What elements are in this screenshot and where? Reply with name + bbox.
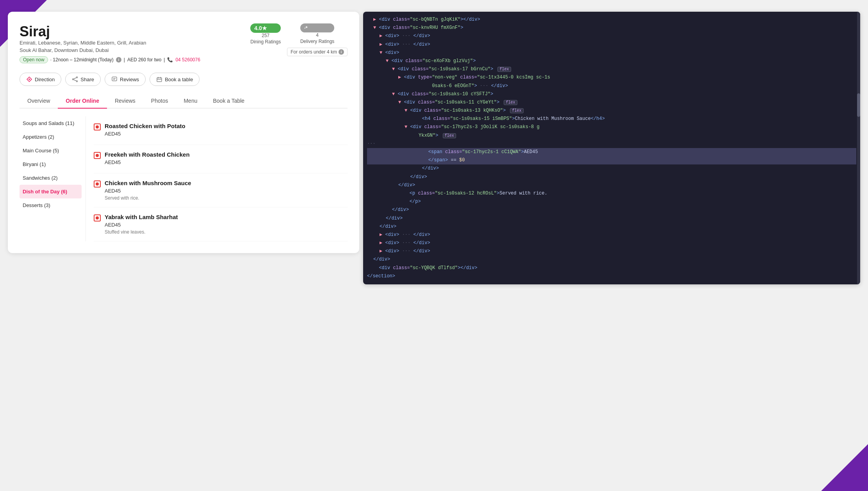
sidebar-item-biryani[interactable]: Biryani (1)	[20, 157, 82, 171]
dt-line-27: ▶ <div> ··· </div>	[367, 247, 856, 255]
ratings-section: 4.0★ 257 Dining Ratings ·* 4 Del	[250, 23, 348, 56]
dt-line-23: </div>	[367, 214, 856, 223]
price-for-two: AED 260 for two	[127, 57, 161, 62]
reviews-label: Reviews	[120, 77, 139, 82]
menu-item-info-3: Yabrak with Lamb Sharhat AED45 Stuffed v…	[105, 214, 348, 235]
dt-arrow-14[interactable]: ▶	[380, 240, 382, 246]
info-circle-icon[interactable]: i	[116, 57, 121, 62]
dt-arrow-13[interactable]: ▶	[380, 232, 382, 237]
separator: |	[124, 57, 125, 62]
dt-line-30: </section>	[367, 272, 856, 280]
dt-line-15-highlighted[interactable]: <span class="sc-17hyc2s-1 cC1QWA">AED45	[367, 148, 856, 156]
dt-line-7: ▼ <div class="sc-1s0saks-17 bGrnCu"> fle…	[367, 65, 856, 73]
menu-item-info-0: Roasted Chicken with Potato AED45	[105, 123, 348, 138]
dt-line-10: ▼ <div class="sc-1s0saks-11 cYGeYt"> fle…	[367, 98, 856, 107]
tab-order-online[interactable]: Order Online	[58, 94, 107, 109]
nav-tabs: Overview Order Online Reviews Photos Men…	[20, 94, 348, 109]
menu-item-name-0: Roasted Chicken with Potato	[105, 123, 348, 129]
book-table-button[interactable]: Book a table	[150, 73, 200, 86]
reviews-button[interactable]: Reviews	[105, 73, 146, 86]
svg-rect-8	[112, 77, 117, 81]
sidebar-item-dish-of-day[interactable]: Dish of the Day (6)	[20, 185, 82, 198]
tab-overview[interactable]: Overview	[20, 94, 58, 109]
devtools-scrollbar-thumb[interactable]	[857, 93, 860, 117]
share-icon	[72, 76, 78, 82]
dt-line-16-highlighted[interactable]: </span> == $0	[367, 156, 856, 164]
dt-arrow-10[interactable]: ▼	[398, 100, 401, 105]
dt-line-24: </div>	[367, 223, 856, 231]
menu-item-name-1: Freekeh with Roasted Chicken	[105, 151, 348, 158]
dt-line-5: ▼ <div>	[367, 49, 856, 57]
sidebar-item-desserts[interactable]: Desserts (3)	[20, 198, 82, 212]
menu-item-price-2: AED45	[105, 188, 348, 194]
non-veg-icon-1	[94, 152, 101, 159]
devtools-scrollbar[interactable]	[857, 12, 860, 284]
dt-line-19: </div>	[367, 181, 856, 189]
dt-arrow-5[interactable]: ▼	[380, 50, 382, 55]
direction-button[interactable]: Direction	[20, 73, 61, 86]
dt-line-25: ▶ <div> ··· </div>	[367, 231, 856, 239]
dt-arrow-7[interactable]: ▼	[392, 66, 395, 72]
dt-line-29: <div class="sc-YQBQK dTlfsd"></div>	[367, 264, 856, 272]
direction-label: Direction	[35, 77, 55, 82]
share-button[interactable]: Share	[65, 73, 101, 86]
menu-item-name-3: Yabrak with Lamb Sharhat	[105, 214, 348, 220]
delivery-rating-count: 4 Delivery Ratings	[300, 32, 334, 45]
devtools-panel[interactable]: ▶ <div class="sc-bQNBTn gJqKiK"></div> ▼…	[363, 12, 860, 284]
phone-link[interactable]: 04 5260076	[175, 57, 200, 62]
dt-arrow-12[interactable]: ▼	[405, 124, 407, 130]
menu-item-price-0: AED45	[105, 131, 348, 137]
dt-arrow-3[interactable]: ▶	[380, 33, 382, 39]
dt-arrow-1[interactable]: ▶	[373, 17, 376, 22]
sidebar-item-main-course[interactable]: Main Course (5)	[20, 144, 82, 157]
dt-arrow-9[interactable]: ▼	[392, 91, 395, 97]
restaurant-cuisine: Emirati, Lebanese, Syrian, Middle Easter…	[20, 40, 200, 46]
delivery-rating-badge: ·* 4 Delivery Ratings	[300, 23, 334, 45]
delivery-info-icon[interactable]: i	[339, 49, 344, 55]
phone-icon: 📞	[167, 57, 173, 62]
restaurant-name: Siraj	[20, 23, 200, 40]
svg-point-4	[73, 79, 74, 80]
hours-text: · 12noon – 12midnight (Today)	[50, 57, 114, 62]
sidebar-item-soups[interactable]: Soups and Salads (11)	[20, 116, 82, 130]
svg-rect-11	[157, 78, 162, 82]
restaurant-location: Souk Al Bahar, Downtown Dubai, Dubai	[20, 47, 200, 53]
dt-line-13b: YkxGN"> flex	[367, 132, 856, 140]
dt-arrow-8[interactable]: ▶	[398, 75, 401, 80]
dt-line-20: <p class="sc-1s0saks-12 hcROsL">Served w…	[367, 189, 856, 198]
flex-badge-2: flex	[504, 100, 517, 105]
restaurant-header: Siraj Emirati, Lebanese, Syrian, Middle …	[20, 23, 348, 70]
dt-line-11: ▼ <div class="sc-1s0saks-13 kQHKsO"> fle…	[367, 107, 856, 115]
tab-menu[interactable]: Menu	[176, 94, 205, 109]
menu-item-1: Freekeh with Roasted Chicken AED45	[94, 145, 348, 173]
menu-items-list: Roasted Chicken with Potato AED45 Freeke…	[86, 116, 348, 241]
tab-reviews[interactable]: Reviews	[107, 94, 143, 109]
dining-rating-badge: 4.0★ 257 Dining Ratings	[250, 23, 281, 45]
dt-line-8b: 0saks-6 eEOGnT"> ··· </div>	[367, 82, 856, 90]
tab-book-table[interactable]: Book a Table	[205, 94, 252, 109]
sidebar-item-sandwiches[interactable]: Sandwiches (2)	[20, 171, 82, 185]
content-layout: Soups and Salads (11) Appetizers (2) Mai…	[20, 116, 348, 241]
book-icon	[156, 76, 162, 82]
dt-line-18: </div>	[367, 173, 856, 181]
tab-photos[interactable]: Photos	[143, 94, 176, 109]
flex-badge-3: flex	[510, 108, 523, 113]
svg-line-7	[74, 80, 77, 81]
non-veg-icon-2	[94, 180, 101, 187]
restaurant-hours-row: Open now · 12noon – 12midnight (Today) i…	[20, 56, 200, 63]
sidebar-item-appetizers[interactable]: Appetizers (2)	[20, 130, 82, 144]
reviews-icon	[111, 76, 118, 82]
dt-arrow-11[interactable]: ▼	[405, 108, 407, 113]
dining-rating-value: 4.0★	[250, 23, 281, 33]
menu-item-info-2: Chicken with Mushroom Sauce AED45 Served…	[105, 180, 348, 201]
dt-arrow-15[interactable]: ▶	[380, 248, 382, 254]
menu-item-name-2: Chicken with Mushroom Sauce	[105, 180, 348, 186]
dt-line-13: ▼ <div class="sc-17hyc2s-3 jOoliK sc-1s0…	[367, 123, 856, 131]
dt-arrow-2[interactable]: ▼	[373, 25, 376, 30]
svg-point-5	[77, 81, 78, 82]
dt-arrow-4[interactable]: ▶	[380, 42, 382, 47]
menu-item-3: Yabrak with Lamb Sharhat AED45 Stuffed v…	[94, 207, 348, 241]
action-buttons-row: Direction Share Reviews	[20, 73, 348, 86]
share-label: Share	[80, 77, 94, 82]
dt-arrow-6[interactable]: ▼	[386, 58, 389, 64]
